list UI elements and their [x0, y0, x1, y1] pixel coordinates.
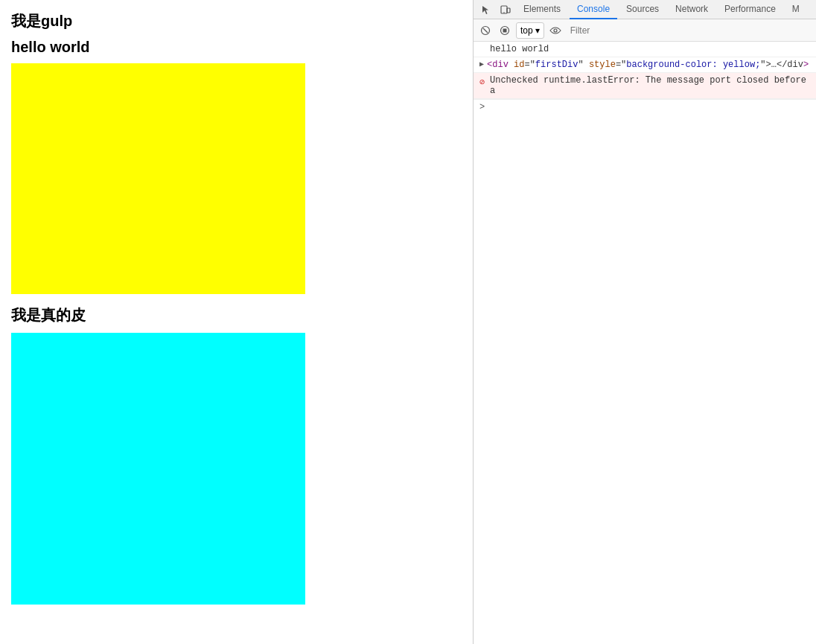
tab-elements[interactable]: Elements: [516, 0, 568, 19]
expand-arrow-icon[interactable]: ▶: [479, 60, 484, 68]
svg-line-4: [483, 28, 488, 33]
cyan-box: [11, 333, 305, 605]
svg-point-2: [503, 12, 505, 13]
console-stop-btn[interactable]: [497, 22, 513, 39]
chevron-down-icon: ▾: [535, 25, 540, 36]
console-line-hello: hello world: [474, 42, 816, 57]
tab-console[interactable]: Console: [570, 0, 617, 19]
prompt-arrow-icon: >: [479, 102, 485, 112]
eye-icon-btn[interactable]: [547, 22, 564, 39]
svg-rect-6: [503, 28, 507, 32]
console-toolbar: top ▾: [474, 19, 816, 42]
error-icon: ⊘: [479, 77, 490, 88]
svg-point-7: [554, 29, 557, 32]
tab-more[interactable]: M: [785, 0, 807, 19]
device-icon-btn[interactable]: [497, 1, 514, 19]
context-selector[interactable]: top ▾: [516, 22, 544, 39]
console-output: hello world ▶ <div id="firstDiv" style="…: [474, 42, 816, 644]
console-filter-input[interactable]: [567, 24, 812, 37]
tab-performance[interactable]: Performance: [717, 0, 783, 19]
hello-world-label: hello world: [0, 35, 473, 60]
console-html-text: <div id="firstDiv" style="background-col…: [487, 60, 809, 70]
cursor-icon-btn[interactable]: [477, 1, 495, 19]
console-prompt-line[interactable]: >: [474, 99, 816, 115]
gulp-title: 我是gulp: [0, 7, 473, 35]
devtools-panel: Elements Console Sources Network Perform…: [473, 0, 816, 644]
console-clear-btn[interactable]: [477, 22, 494, 39]
yellow-box: [11, 63, 305, 294]
console-line-div[interactable]: ▶ <div id="firstDiv" style="background-c…: [474, 57, 816, 73]
console-line-error: ⊘ Unchecked runtime.lastError: The messa…: [474, 73, 816, 99]
svg-rect-1: [507, 8, 510, 13]
cyan-title: 我是真的皮: [0, 298, 473, 329]
devtools-tabs-bar: Elements Console Sources Network Perform…: [474, 0, 816, 19]
tab-network[interactable]: Network: [668, 0, 715, 19]
webpage-panel: 我是gulp hello world 我是真的皮: [0, 0, 473, 644]
tab-sources[interactable]: Sources: [619, 0, 666, 19]
